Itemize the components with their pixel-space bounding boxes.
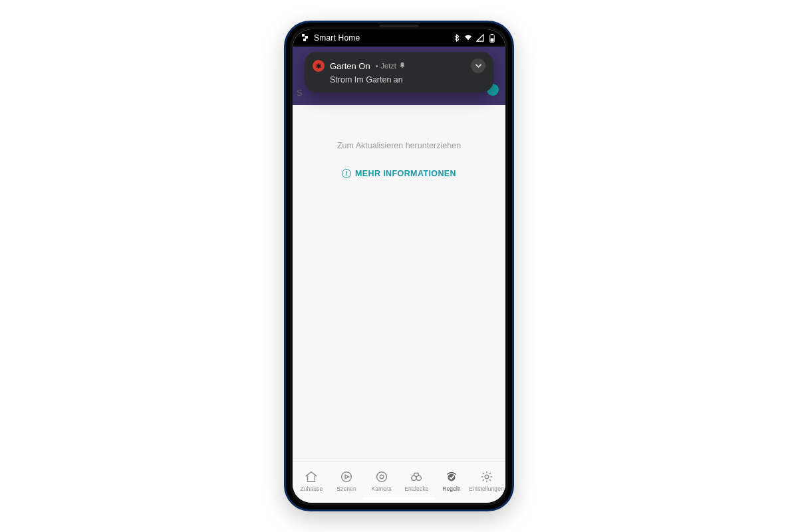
tab-label: Szenen bbox=[336, 485, 356, 492]
stage: Smart Home bbox=[0, 0, 798, 532]
svg-rect-5 bbox=[491, 38, 494, 41]
screen: Smart Home bbox=[293, 29, 505, 503]
notification-header: ✱ Garten On • Jetzt bbox=[313, 59, 485, 73]
tab-label: Einstellungen bbox=[469, 485, 504, 492]
pull-to-refresh-hint: Zum Aktualisieren herunterziehen bbox=[337, 141, 461, 150]
cell-signal-icon bbox=[476, 34, 484, 42]
notification-title: Garten On bbox=[330, 61, 370, 71]
phone-frame: Smart Home bbox=[286, 23, 512, 509]
bluetooth-icon bbox=[452, 34, 460, 42]
notification-card[interactable]: ✱ Garten On • Jetzt Strom Im Garten an bbox=[305, 52, 493, 92]
battery-icon bbox=[488, 34, 496, 42]
tab-kamera[interactable]: Kamera bbox=[364, 469, 399, 492]
speaker-grille bbox=[379, 25, 419, 27]
notification-app-icon: ✱ bbox=[313, 60, 325, 72]
svg-point-8 bbox=[376, 471, 386, 481]
binoculars-icon bbox=[409, 469, 424, 484]
bell-icon bbox=[399, 62, 406, 70]
notification-body: Strom Im Garten an bbox=[330, 75, 485, 84]
header-hidden-text: S bbox=[297, 88, 303, 98]
info-icon: i bbox=[342, 169, 351, 178]
play-circle-icon bbox=[339, 469, 354, 484]
tab-label: Entdecke bbox=[404, 485, 428, 492]
svg-point-11 bbox=[416, 475, 421, 480]
more-info-label: MEHR INFORMATIONEN bbox=[355, 169, 456, 178]
more-info-link[interactable]: i MEHR INFORMATIONEN bbox=[342, 169, 456, 178]
tab-einstellungen[interactable]: Einstellungen bbox=[469, 469, 504, 492]
svg-point-9 bbox=[380, 475, 384, 479]
tab-label: Regeln bbox=[442, 485, 461, 492]
app-logo-icon bbox=[302, 34, 310, 42]
status-bar: Smart Home bbox=[293, 29, 505, 47]
svg-rect-2 bbox=[303, 39, 306, 41]
home-icon bbox=[304, 469, 319, 484]
status-bar-left: Smart Home bbox=[302, 33, 360, 43]
bottom-nav: Zuhause Szenen Kamera bbox=[293, 462, 505, 503]
tab-label: Zuhause bbox=[300, 485, 323, 492]
status-bar-app-label: Smart Home bbox=[314, 33, 360, 43]
svg-point-13 bbox=[485, 475, 489, 479]
camera-icon bbox=[374, 469, 389, 484]
svg-rect-0 bbox=[302, 34, 305, 37]
main-content: Zum Aktualisieren herunterziehen i MEHR … bbox=[293, 105, 505, 462]
notification-expand-button[interactable] bbox=[471, 59, 485, 73]
svg-point-6 bbox=[402, 67, 403, 68]
svg-rect-1 bbox=[305, 36, 308, 39]
tab-entdecke[interactable]: Entdecke bbox=[399, 469, 434, 492]
status-bar-right bbox=[452, 34, 496, 42]
svg-point-12 bbox=[448, 473, 456, 481]
rules-icon bbox=[444, 469, 459, 484]
tab-zuhause[interactable]: Zuhause bbox=[294, 469, 329, 492]
notification-time: Jetzt bbox=[381, 62, 396, 70]
tab-regeln[interactable]: Regeln bbox=[434, 469, 469, 492]
tab-label: Kamera bbox=[371, 485, 391, 492]
svg-point-10 bbox=[412, 475, 416, 480]
tab-szenen[interactable]: Szenen bbox=[329, 469, 364, 492]
wifi-icon bbox=[464, 34, 472, 42]
home-indicator[interactable] bbox=[362, 497, 436, 500]
gear-icon bbox=[479, 469, 494, 484]
notification-meta: • Jetzt bbox=[376, 62, 406, 70]
